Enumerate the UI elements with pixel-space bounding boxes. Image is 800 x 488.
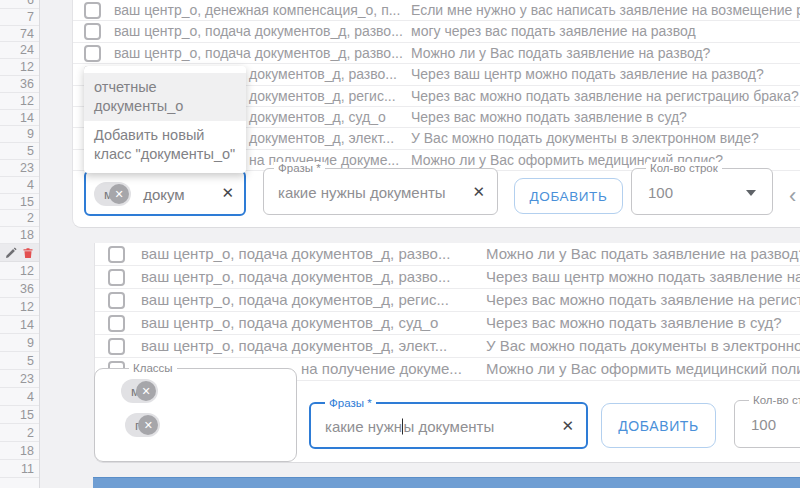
row-actions: [0, 244, 39, 262]
row-phrase: Можно ли у Вас подать заявление на разво…: [486, 243, 800, 265]
rows-per-page-label: Кол-во строк: [749, 394, 800, 406]
count-cell[interactable]: 36: [0, 280, 39, 298]
horizontal-scrollbar[interactable]: [93, 477, 800, 488]
count-cell[interactable]: 11: [0, 460, 39, 478]
row-phrase: Можно ли у Вас оформить медицинский поли…: [486, 358, 800, 380]
row-classes: ваш центр_о, подача документов_д, элект.…: [141, 335, 447, 357]
phrases-table-bottom: ваш центр_о, подача документов_д, разво.…: [94, 243, 800, 463]
clear-icon[interactable]: ✕: [472, 183, 485, 201]
chip-remove-icon[interactable]: ✕: [138, 415, 158, 435]
count-cell[interactable]: 2: [0, 210, 39, 227]
row-phrase: Через ваш центр можно подать заявление н…: [411, 64, 764, 84]
count-cell[interactable]: 9: [0, 334, 39, 352]
add-button[interactable]: ДОБАВИТЬ: [514, 178, 623, 214]
count-cell[interactable]: 12: [0, 59, 39, 76]
counts-column-bottom: 12 36 12 14 9 5 23 4 15 2 18 11: [0, 262, 39, 478]
caret-down-icon: [746, 190, 756, 196]
rows-per-page-select[interactable]: Кол-во строк 100: [631, 168, 773, 215]
row-checkbox[interactable]: [84, 23, 101, 40]
row-classes: ваш центр_о, подача документов_д, разво.…: [114, 43, 403, 63]
phrases-table-top: ваш центр_о, денежная компенсация_о, п..…: [72, 0, 800, 228]
table-row[interactable]: ваш центр_о, подача документов_д, разво.…: [95, 266, 800, 289]
count-cell[interactable]: 2: [0, 424, 39, 442]
menu-item-add-new-class[interactable]: Добавить новый класс "документы_о": [84, 121, 246, 169]
count-cell[interactable]: 14: [0, 110, 39, 127]
row-checkbox[interactable]: [108, 269, 125, 286]
classes-query-text: докум: [143, 186, 184, 203]
phrases-input[interactable]: Фразы * какие нужны документы ✕: [309, 402, 588, 449]
rows-per-page-select[interactable]: Кол-во строк 100: [734, 400, 800, 448]
phrases-input[interactable]: Фразы * какие нужны документы ✕: [263, 168, 498, 215]
row-phrase: Если мне нужно у вас написать заявление …: [411, 0, 800, 20]
classes-input[interactable]: Классы мо ✕ по ✕: [94, 368, 297, 462]
count-cell[interactable]: 74: [0, 26, 39, 43]
count-cell[interactable]: 5: [0, 143, 39, 160]
count-cell[interactable]: 14: [0, 316, 39, 334]
phrases-input-label: Фразы *: [325, 397, 376, 409]
count-cell[interactable]: 15: [0, 194, 39, 211]
count-cell[interactable]: 5: [0, 352, 39, 370]
row-phrase: Через вас можно подать заявление в суд?: [411, 107, 687, 127]
class-chip[interactable]: мо ✕: [121, 379, 158, 403]
add-button[interactable]: ДОБАВИТЬ: [601, 403, 716, 448]
class-chip[interactable]: по ✕: [125, 413, 160, 437]
table-row[interactable]: ваш центр_о, подача документов_д, регис.…: [95, 289, 800, 312]
class-counts-panel: 6 7 74 24 12 36 12 14 9 5 23 4 15 2 18 1…: [0, 0, 40, 488]
rows-per-page-value: 100: [751, 416, 776, 433]
row-classes: ваш центр_о, денежная компенсация_о, п..…: [114, 0, 400, 20]
row-classes: документов_д, элект...: [249, 128, 394, 148]
row-classes: ваш центр_о, подача документов_д, регис.…: [141, 289, 449, 311]
count-cell[interactable]: 12: [0, 262, 39, 280]
count-cell[interactable]: 15: [0, 406, 39, 424]
count-cell[interactable]: 18: [0, 227, 39, 244]
count-cell[interactable]: 23: [0, 160, 39, 177]
row-classes: ваш центр_о, подача документов_д, разво.…: [114, 21, 403, 41]
chip-remove-icon[interactable]: ✕: [109, 184, 129, 204]
count-cell[interactable]: 18: [0, 442, 39, 460]
count-cell[interactable]: 12: [0, 93, 39, 110]
row-checkbox[interactable]: [108, 338, 125, 355]
table-row[interactable]: ваш центр_о, денежная компенсация_о, п..…: [73, 0, 800, 21]
count-cell[interactable]: 23: [0, 370, 39, 388]
row-checkbox[interactable]: [84, 45, 101, 62]
row-classes: документов_д, разво...: [249, 64, 397, 84]
clear-icon[interactable]: ✕: [221, 184, 234, 202]
class-suggestions-menu: отчетные документы_о Добавить новый клас…: [84, 66, 246, 173]
table-row[interactable]: ваш центр_о, подача документов_д, разво.…: [73, 21, 800, 42]
row-checkbox[interactable]: [108, 292, 125, 309]
delete-icon[interactable]: [22, 247, 34, 259]
menu-item-existing-class[interactable]: отчетные документы_о: [84, 73, 246, 121]
edit-icon[interactable]: [5, 247, 17, 259]
table-row[interactable]: ваш центр_о, подача документов_д, элект.…: [95, 335, 800, 358]
count-cell[interactable]: 36: [0, 76, 39, 93]
count-cell[interactable]: 24: [0, 42, 39, 59]
count-cell[interactable]: 12: [0, 298, 39, 316]
rows-per-page-value: 100: [648, 183, 673, 200]
class-chip[interactable]: мо ✕: [94, 182, 131, 206]
row-phrase: Через вас можно подать заявление на реги…: [486, 289, 800, 311]
clear-icon[interactable]: ✕: [561, 417, 574, 435]
count-cell[interactable]: 6: [0, 0, 39, 9]
row-classes: ваш центр_о, подача документов_д, суд_о: [141, 312, 438, 334]
row-classes: документов_д, суд_о: [249, 107, 386, 127]
table-row[interactable]: ваш центр_о, подача документов_д, разво.…: [73, 43, 800, 64]
rows-per-page-label: Кол-во строк: [646, 162, 722, 174]
chip-remove-icon[interactable]: ✕: [136, 381, 156, 401]
row-checkbox[interactable]: [108, 246, 125, 263]
table-row[interactable]: ваш центр_о, подача документов_д, суд_о …: [95, 312, 800, 335]
row-phrase: У Вас можно подать документы в электронн…: [411, 128, 759, 148]
count-cell[interactable]: 4: [0, 388, 39, 406]
row-checkbox[interactable]: [84, 2, 101, 19]
row-classes: ваш центр_о, подача документов_д, разво.…: [141, 243, 450, 265]
row-checkbox[interactable]: [108, 315, 125, 332]
count-cell[interactable]: 7: [0, 9, 39, 26]
count-cell[interactable]: 4: [0, 177, 39, 194]
chevron-left-icon[interactable]: ‹: [789, 186, 796, 206]
row-phrase: Можно ли у Вас подать заявление на разво…: [411, 43, 710, 63]
table-row[interactable]: ваш центр_о, подача документов_д, разво.…: [95, 243, 800, 266]
row-phrase: Через ваш центр можно подать заявление н…: [486, 266, 800, 288]
classes-input[interactable]: мо ✕ докум ✕: [84, 170, 246, 216]
row-classes: ваш центр_о, подача документов_д, разво.…: [141, 266, 450, 288]
count-cell[interactable]: 9: [0, 126, 39, 143]
row-phrase: Через вас можно подать заявление на реги…: [411, 86, 799, 106]
